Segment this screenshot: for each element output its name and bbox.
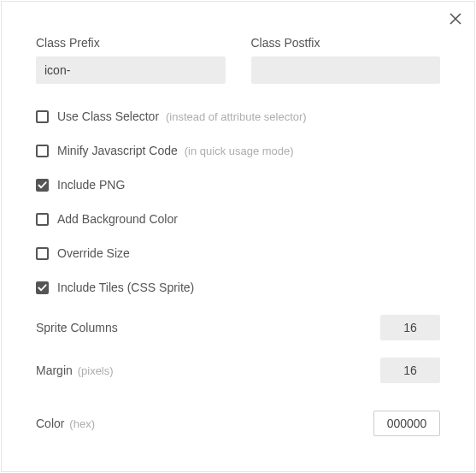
use-class-selector-hint: (instead of attribute selector): [166, 110, 307, 123]
checkbox-box-icon: [36, 213, 49, 226]
margin-row: Margin (pixels): [36, 358, 440, 383]
checkbox-box-icon: [36, 110, 49, 123]
include-png-checkbox[interactable]: Include PNG: [36, 178, 440, 192]
minify-js-hint: (in quick usage mode): [185, 145, 294, 157]
checkbox-box-icon: [36, 179, 49, 192]
checkbox-box-icon: [36, 145, 49, 157]
margin-label: Margin: [36, 364, 73, 377]
class-postfix-label: Class Postfix: [251, 36, 441, 50]
add-bg-color-label: Add Background Color: [57, 212, 178, 226]
include-png-label: Include PNG: [57, 178, 125, 192]
use-class-selector-checkbox[interactable]: Use Class Selector (instead of attribute…: [36, 109, 440, 123]
settings-dialog: Class Prefix Class Postfix Use Class Sel…: [1, 1, 475, 472]
checkbox-box-icon: [36, 281, 49, 294]
close-button[interactable]: [445, 9, 466, 29]
include-tiles-label: Include Tiles (CSS Sprite): [57, 281, 194, 294]
sprite-columns-input[interactable]: [380, 315, 440, 340]
color-row: Color (hex): [36, 411, 440, 436]
checkbox-box-icon: [36, 247, 49, 260]
minify-js-checkbox[interactable]: Minify Javascript Code (in quick usage m…: [36, 144, 440, 157]
override-size-checkbox[interactable]: Override Size: [36, 246, 440, 260]
override-size-label: Override Size: [57, 246, 130, 260]
color-label: Color: [36, 417, 64, 430]
add-bg-color-checkbox[interactable]: Add Background Color: [36, 212, 440, 226]
class-prefix-input[interactable]: [36, 56, 226, 84]
color-input[interactable]: [373, 411, 440, 436]
sprite-columns-row: Sprite Columns: [36, 315, 440, 340]
color-hint: (hex): [69, 417, 95, 430]
class-postfix-group: Class Postfix: [251, 36, 441, 84]
margin-hint: (pixels): [78, 364, 114, 377]
class-prefix-label: Class Prefix: [36, 36, 226, 50]
minify-js-label: Minify Javascript Code: [57, 144, 178, 157]
class-postfix-input[interactable]: [251, 56, 441, 84]
include-tiles-checkbox[interactable]: Include Tiles (CSS Sprite): [36, 281, 440, 294]
margin-input[interactable]: [380, 358, 440, 383]
class-prefix-group: Class Prefix: [36, 36, 226, 84]
use-class-selector-label: Use Class Selector: [57, 109, 159, 123]
sprite-columns-label: Sprite Columns: [36, 321, 118, 334]
close-icon: [450, 13, 461, 25]
